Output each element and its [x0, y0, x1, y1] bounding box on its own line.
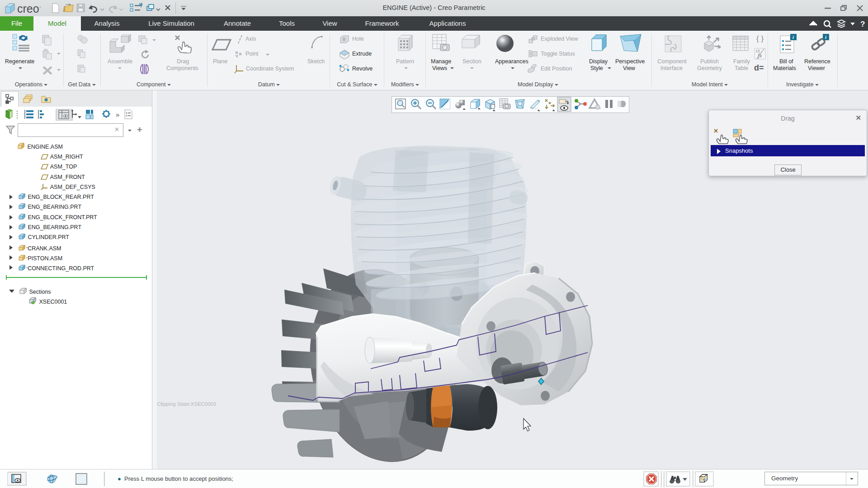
svg-text:»: » — [116, 111, 119, 118]
svg-text:?: ? — [860, 20, 865, 28]
svg-text:creo·: creo· — [17, 2, 41, 15]
